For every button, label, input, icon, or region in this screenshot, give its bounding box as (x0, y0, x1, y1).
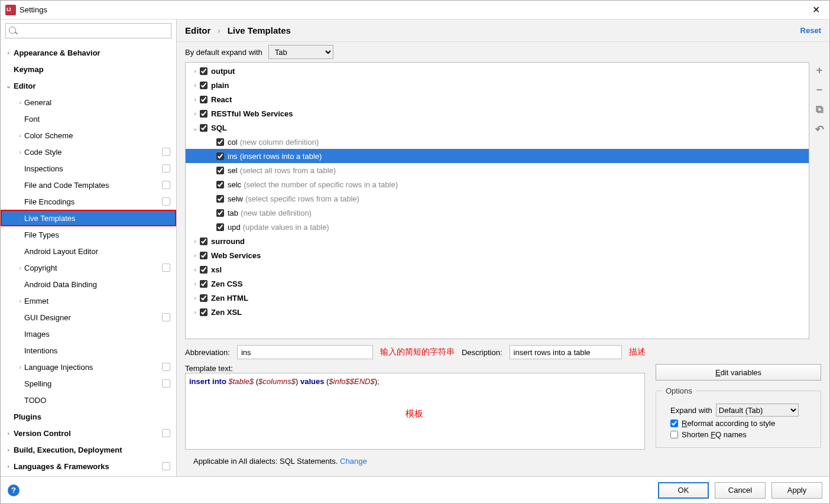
template-checkbox[interactable] (216, 223, 224, 231)
template-text-editor[interactable]: insert into $table$ ($columns$) values (… (185, 373, 645, 450)
crumb-live-templates: Live Templates (228, 25, 291, 35)
sidebar-item-appearance-behavior[interactable]: ›Appearance & Behavior (1, 44, 176, 61)
template-checkbox[interactable] (216, 138, 224, 146)
template-group-surround[interactable]: ›surround (186, 234, 809, 248)
reformat-checkbox[interactable] (670, 420, 678, 427)
sidebar-item-label: Code Style (24, 148, 62, 157)
scope-badge-icon (162, 264, 170, 272)
template-item-upd[interactable]: upd (update values in a table) (186, 220, 809, 234)
group-checkbox[interactable] (200, 124, 208, 132)
group-checkbox[interactable] (200, 110, 208, 118)
undo-icon[interactable]: ↶ (815, 123, 824, 136)
sidebar-item-file-and-code-templates[interactable]: File and Code Templates (1, 177, 176, 193)
template-item-col[interactable]: col (new column definition) (186, 135, 809, 149)
shorten-label: Shorten FQ names (682, 430, 747, 439)
template-item-ins[interactable]: ins (insert rows into a table) (186, 149, 809, 163)
group-checkbox[interactable] (200, 238, 208, 245)
template-desc: (select specific rows from a table) (245, 194, 359, 203)
template-group-xsl[interactable]: ›xsl (186, 262, 809, 277)
sidebar-item-languages-frameworks[interactable]: ›Languages & Frameworks (1, 458, 176, 474)
template-abbr: sel (228, 166, 238, 175)
copy-icon[interactable]: ⧉ (816, 103, 823, 116)
expand-with-select[interactable]: Default (Tab) (716, 404, 799, 417)
search-input[interactable] (5, 23, 171, 38)
sidebar-item-android-layout-editor[interactable]: Android Layout Editor (1, 243, 176, 259)
cancel-button[interactable]: Cancel (715, 482, 766, 499)
sidebar-item-version-control[interactable]: ›Version Control (1, 425, 176, 441)
sidebar-item-label: Copyright (24, 264, 57, 272)
shorten-checkbox[interactable] (670, 431, 678, 438)
group-checkbox[interactable] (200, 96, 208, 103)
template-group-plain[interactable]: ›plain (186, 78, 809, 92)
template-checkbox[interactable] (216, 181, 224, 188)
template-item-tab[interactable]: tab (new table definition) (186, 206, 809, 220)
group-label: xsl (211, 265, 222, 274)
group-checkbox[interactable] (200, 308, 208, 316)
sidebar-item-label: Build, Execution, Deployment (14, 446, 122, 454)
change-link[interactable]: Change (340, 457, 367, 466)
remove-button[interactable]: − (816, 84, 823, 96)
sidebar-item-live-templates[interactable]: Live Templates (1, 210, 176, 226)
sidebar-item-copyright[interactable]: ›Copyright (1, 259, 176, 276)
template-checkbox[interactable] (216, 152, 224, 160)
template-checkbox[interactable] (216, 195, 224, 203)
sidebar-item-file-encodings[interactable]: File Encodings (1, 193, 176, 210)
group-checkbox[interactable] (200, 67, 208, 75)
sidebar-item-inspections[interactable]: Inspections (1, 160, 176, 177)
apply-button[interactable]: Apply (771, 482, 822, 499)
sidebar-item-gui-designer[interactable]: GUI Designer (1, 309, 176, 326)
sidebar-item-intentions[interactable]: Intentions (1, 342, 176, 359)
group-checkbox[interactable] (200, 252, 208, 259)
add-button[interactable]: + (816, 64, 823, 77)
sidebar-item-file-types[interactable]: File Types (1, 226, 176, 243)
group-checkbox[interactable] (200, 266, 208, 274)
template-group-zen-css[interactable]: ›Zen CSS (186, 277, 809, 291)
edit-variables-button[interactable]: Edit variables (656, 364, 821, 381)
sidebar-item-spelling[interactable]: Spelling (1, 375, 176, 392)
group-checkbox[interactable] (200, 280, 208, 288)
chevron-icon: › (190, 238, 200, 245)
abbr-input[interactable] (237, 345, 373, 359)
chevron-icon: › (190, 252, 200, 259)
crumb-editor[interactable]: Editor (185, 25, 210, 35)
close-icon[interactable]: ✕ (808, 4, 825, 15)
sidebar-item-label: Color Scheme (24, 131, 73, 140)
sidebar-item-language-injections[interactable]: ›Language Injections (1, 359, 176, 375)
template-item-sel[interactable]: sel (select all rows from a table) (186, 163, 809, 177)
template-group-sql[interactable]: ⌄SQL (186, 121, 809, 135)
template-text-label: Template text: (185, 364, 645, 373)
sidebar-item-color-scheme[interactable]: ›Color Scheme (1, 127, 176, 144)
group-checkbox[interactable] (200, 82, 208, 89)
template-group-zen-html[interactable]: ›Zen HTML (186, 291, 809, 305)
template-group-restful-web-services[interactable]: ›RESTful Web Services (186, 106, 809, 121)
template-group-zen-xsl[interactable]: ›Zen XSL (186, 305, 809, 319)
template-item-selw[interactable]: selw (select specific rows from a table) (186, 191, 809, 206)
sidebar-item-build-execution-deployment[interactable]: ›Build, Execution, Deployment (1, 441, 176, 458)
group-checkbox[interactable] (200, 294, 208, 302)
template-group-react[interactable]: ›React (186, 92, 809, 106)
sidebar-item-editor[interactable]: ⌄Editor (1, 77, 176, 94)
template-checkbox[interactable] (216, 167, 224, 174)
default-expand-select[interactable]: Tab (268, 45, 333, 59)
sidebar-item-android-data-binding[interactable]: Android Data Binding (1, 276, 176, 292)
desc-input[interactable] (510, 345, 622, 359)
sidebar-item-font[interactable]: Font (1, 110, 176, 127)
sidebar-item-label: Emmet (24, 297, 48, 305)
reset-link[interactable]: Reset (800, 26, 821, 35)
template-item-selc[interactable]: selc (select the number of specific rows… (186, 177, 809, 191)
sidebar-item-keymap[interactable]: Keymap (1, 61, 176, 77)
sidebar-item-plugins[interactable]: Plugins (1, 408, 176, 425)
sidebar-item-images[interactable]: Images (1, 326, 176, 342)
template-checkbox[interactable] (216, 209, 224, 217)
sidebar-item-label: Android Data Binding (24, 280, 97, 289)
sidebar-item-code-style[interactable]: ›Code Style (1, 144, 176, 160)
template-tree[interactable]: ›output›plain›React›RESTful Web Services… (185, 62, 809, 339)
sidebar-item-todo[interactable]: TODO (1, 392, 176, 408)
help-icon[interactable]: ? (8, 485, 20, 496)
sidebar-item-general[interactable]: ›General (1, 94, 176, 110)
sidebar-item-label: TODO (24, 396, 46, 405)
template-group-web-services[interactable]: ›Web Services (186, 248, 809, 262)
ok-button[interactable]: OK (658, 482, 709, 499)
template-group-output[interactable]: ›output (186, 64, 809, 78)
sidebar-item-emmet[interactable]: ›Emmet (1, 292, 176, 309)
